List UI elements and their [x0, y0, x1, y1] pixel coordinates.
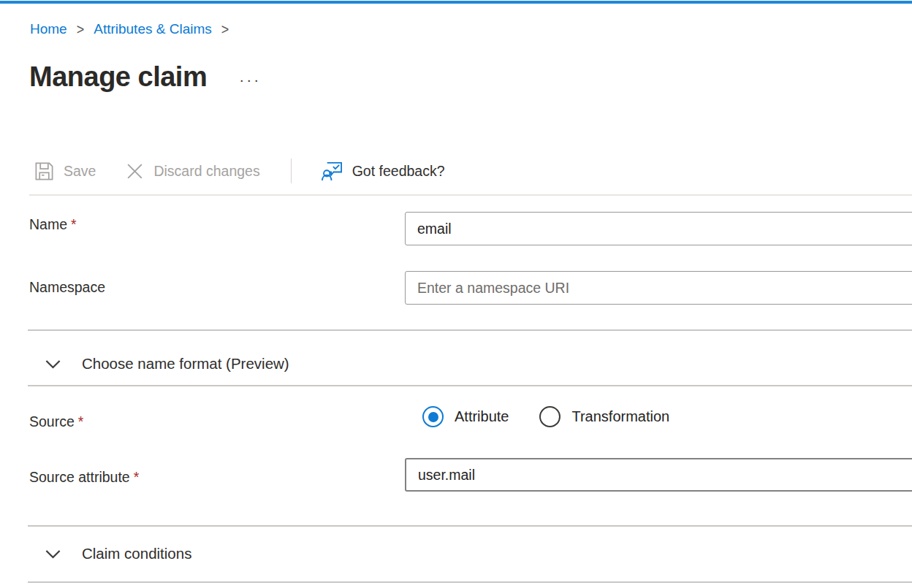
choose-name-format-label: Choose name format (Preview) [82, 355, 289, 373]
toolbar-separator [291, 159, 292, 183]
source-attribute-label-text: Source attribute [29, 469, 130, 485]
required-asterisk: * [71, 216, 77, 232]
more-options-icon[interactable]: ··· [239, 72, 261, 87]
chevron-down-icon [44, 355, 62, 373]
feedback-person-chat-icon [321, 160, 343, 183]
claim-conditions-label: Claim conditions [82, 545, 191, 562]
name-label-text: Name [29, 216, 67, 232]
radio-button-transformation[interactable] [539, 406, 560, 427]
radio-label-attribute: Attribute [455, 408, 509, 425]
required-asterisk: * [78, 413, 84, 429]
title-row: Manage claim ··· [29, 61, 261, 93]
claim-conditions-section-header[interactable]: Claim conditions [44, 537, 191, 570]
radio-label-transformation: Transformation [571, 408, 669, 425]
section-divider [28, 581, 912, 583]
save-button[interactable]: Save [34, 161, 96, 182]
got-feedback-button[interactable]: Got feedback? [321, 160, 445, 183]
toolbar-divider [29, 194, 912, 196]
source-radio-group: Attribute Transformation [422, 406, 669, 427]
radio-option-attribute[interactable]: Attribute [422, 406, 509, 427]
breadcrumb: Home > Attributes & Claims > [30, 21, 229, 37]
source-label-text: Source [29, 413, 75, 429]
radio-option-transformation[interactable]: Transformation [539, 406, 669, 427]
page-title: Manage claim [29, 61, 207, 93]
discard-changes-button[interactable]: Discard changes [125, 161, 259, 181]
name-input[interactable] [405, 212, 912, 245]
breadcrumb-separator-icon: > [221, 20, 229, 38]
namespace-field-label: Namespace [29, 279, 105, 296]
breadcrumb-link-home[interactable]: Home [30, 21, 67, 37]
blade-top-accent-bar [0, 1, 912, 4]
command-bar: Save Discard changes Got feedback? [34, 155, 445, 187]
section-divider [28, 525, 912, 527]
breadcrumb-link-attributes-claims[interactable]: Attributes & Claims [94, 21, 212, 37]
source-attribute-field-label: Source attribute* [29, 469, 139, 486]
breadcrumb-separator-icon: > [77, 20, 85, 38]
namespace-label-text: Namespace [29, 279, 105, 295]
discard-changes-label: Discard changes [153, 163, 259, 180]
source-field-label: Source* [29, 413, 83, 430]
discard-x-icon [125, 161, 145, 181]
name-field-label: Name* [29, 216, 77, 233]
save-icon [34, 161, 55, 182]
radio-button-attribute[interactable] [422, 406, 444, 427]
namespace-input[interactable] [405, 271, 912, 305]
save-button-label: Save [64, 163, 96, 180]
section-divider [28, 385, 912, 386]
choose-name-format-section-header[interactable]: Choose name format (Preview) [44, 343, 289, 385]
manage-claim-blade: Home > Attributes & Claims > Manage clai… [0, 0, 912, 588]
got-feedback-label: Got feedback? [352, 163, 445, 180]
section-divider [28, 329, 912, 331]
source-attribute-input[interactable] [405, 458, 912, 492]
required-asterisk: * [134, 469, 140, 485]
chevron-down-icon [44, 545, 62, 563]
